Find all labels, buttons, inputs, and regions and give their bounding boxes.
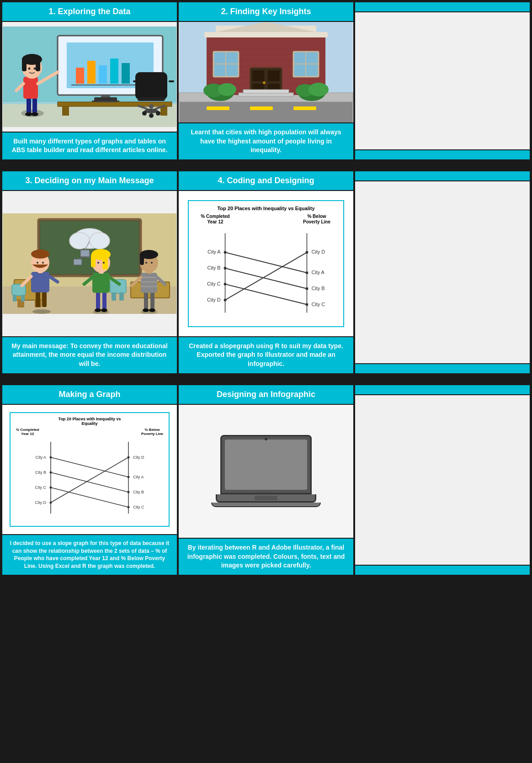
cell-5-header: 4. Coding and Designing (179, 171, 353, 191)
slope-right-header: % Below Poverty Line (298, 214, 335, 225)
slope-graph-large: Top 20 Places with Inequality vs Equalit… (188, 200, 344, 327)
svg-text:City B: City B (207, 265, 220, 270)
svg-point-150 (145, 262, 147, 264)
cell-9-caption (355, 565, 530, 575)
svg-rect-10 (99, 65, 107, 84)
svg-text:City A: City A (207, 249, 221, 254)
svg-rect-140 (141, 273, 157, 293)
section-gap-2 (0, 379, 532, 383)
svg-rect-14 (58, 102, 172, 106)
svg-rect-79 (243, 90, 289, 93)
svg-rect-136 (144, 292, 148, 309)
svg-rect-122 (102, 292, 106, 309)
svg-rect-20 (27, 97, 31, 113)
svg-rect-31 (36, 58, 40, 71)
cell-6-header (355, 171, 530, 181)
svg-text:City C: City C (133, 505, 144, 509)
svg-point-193 (128, 476, 130, 478)
svg-line-162 (225, 252, 307, 273)
svg-point-44 (149, 113, 154, 118)
section-gap-1 (0, 165, 532, 169)
cell-4-caption: My main message: To convey the more educ… (2, 336, 177, 373)
cell-7-caption: I decided to use a slope graph for this … (2, 534, 177, 575)
svg-point-124 (101, 308, 107, 312)
svg-text:City B: City B (311, 286, 325, 291)
svg-point-151 (151, 262, 153, 264)
laptop-bottom (211, 503, 321, 507)
svg-rect-132 (102, 254, 108, 270)
cell-8-image (179, 405, 353, 538)
svg-rect-34 (135, 72, 167, 100)
section-3: Making a Graph Top 20 Places with Inequa… (0, 383, 532, 577)
svg-rect-16 (160, 106, 167, 116)
laptop-base (216, 494, 316, 503)
svg-point-71 (263, 81, 266, 84)
svg-text:City D: City D (35, 500, 47, 505)
svg-text:City B: City B (133, 490, 144, 494)
svg-rect-9 (87, 61, 96, 84)
svg-rect-21 (32, 97, 37, 113)
svg-point-43 (156, 111, 160, 116)
insights-scene-svg (179, 22, 353, 122)
svg-line-163 (225, 268, 307, 289)
svg-point-119 (42, 262, 44, 264)
svg-text:City C: City C (207, 281, 221, 286)
svg-line-187 (51, 457, 128, 503)
svg-rect-12 (122, 63, 130, 84)
cell-7-image: Top 20 Places with Inequality vsEquality… (2, 405, 177, 534)
svg-point-92 (90, 233, 110, 249)
svg-rect-30 (22, 58, 27, 71)
svg-point-138 (143, 308, 149, 312)
cell-8-caption: By iterating between R and Adobe Illustr… (179, 538, 353, 575)
cell-4-image (2, 191, 177, 336)
cell-3-empty (354, 1, 531, 160)
laptop-touchpad (255, 496, 277, 500)
cell-6-image (355, 181, 530, 363)
svg-point-117 (31, 249, 49, 259)
svg-point-194 (128, 491, 130, 493)
svg-rect-104 (21, 295, 25, 302)
svg-rect-93 (80, 250, 90, 257)
cell-main-message: 3. Deciding on my Main Message (1, 170, 178, 374)
cell-1-header: 1. Exploring the Data (2, 2, 177, 22)
cell-1-caption: Built many different types of graphs and… (2, 132, 177, 159)
svg-rect-111 (42, 291, 47, 307)
classroom-scene-svg (2, 213, 177, 314)
cell-2-caption: Learnt that cities with high population … (179, 122, 353, 159)
svg-point-188 (50, 456, 52, 458)
cell-8-header: Designing an Infographic (179, 385, 353, 405)
svg-point-166 (224, 251, 227, 254)
cell-4-header: 3. Deciding on my Main Message (2, 171, 177, 191)
svg-rect-121 (96, 292, 100, 309)
svg-point-36 (149, 104, 154, 109)
cell-5-caption: Created a slopegraph using R to suit my … (179, 336, 353, 373)
svg-point-173 (305, 303, 308, 306)
cell-9-header (355, 385, 530, 395)
svg-line-184 (51, 457, 128, 477)
cell-coding-designing: 4. Coding and Designing Top 20 Places wi… (178, 170, 354, 374)
svg-rect-35 (138, 97, 165, 101)
svg-point-23 (31, 112, 38, 116)
svg-rect-110 (36, 291, 40, 307)
slope-left-header: % Completed Year 12 (197, 214, 234, 225)
svg-text:City D: City D (311, 249, 325, 254)
svg-point-139 (149, 308, 155, 312)
svg-rect-11 (110, 58, 118, 84)
svg-point-170 (305, 251, 308, 254)
cell-3-header (355, 2, 530, 12)
svg-text:City B: City B (35, 470, 46, 475)
svg-point-168 (224, 283, 227, 286)
svg-rect-52 (293, 106, 316, 110)
svg-rect-45 (133, 80, 138, 82)
svg-point-171 (305, 271, 308, 274)
svg-point-172 (305, 287, 308, 290)
cell-5-image: Top 20 Places with Inequality vs Equalit… (179, 191, 353, 336)
svg-text:City A: City A (311, 270, 325, 275)
cell-6-empty (354, 170, 531, 374)
slope-graph-small: Top 20 Places with Inequality vsEquality… (10, 412, 170, 527)
svg-rect-18 (96, 101, 115, 102)
cell-9-image (355, 395, 530, 565)
laptop-scene (179, 405, 353, 538)
svg-rect-24 (23, 77, 38, 99)
svg-text:City C: City C (311, 301, 325, 307)
